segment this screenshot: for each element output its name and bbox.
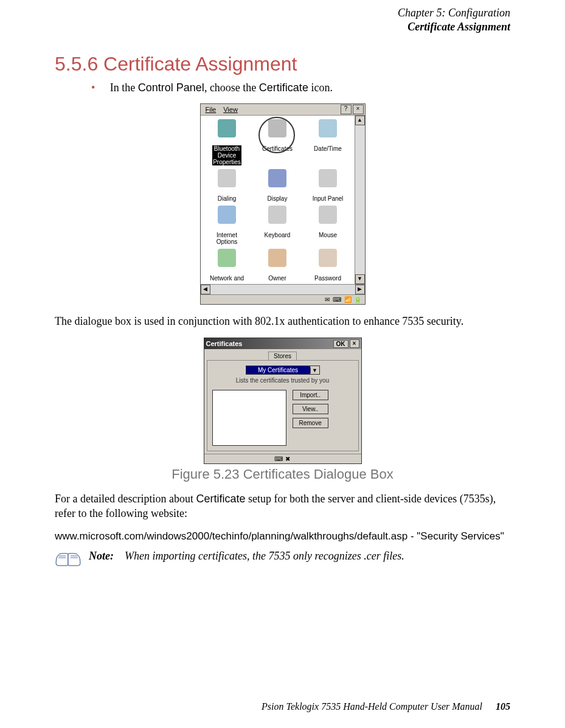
display-icon-cell[interactable]: Display — [252, 169, 303, 204]
page-header: Chapter 5: Configuration Certificate Ass… — [55, 6, 510, 35]
reference-url: www.microsoft.com/windows2000/techinfo/p… — [55, 530, 510, 543]
dialog-close-button[interactable]: × — [350, 339, 359, 348]
paragraph-1: The dialogue box is used in conjunction … — [55, 314, 510, 328]
display-icon-label: Display — [268, 195, 288, 202]
import-button[interactable]: Import.. — [293, 390, 328, 400]
datetime-icon-cell[interactable]: Date/Time — [303, 119, 353, 168]
stores-tab[interactable]: Stores — [268, 352, 297, 360]
input-panel-icon-cell[interactable]: Input Panel — [303, 169, 353, 204]
dialog-titlebar: Certificates OK × — [204, 338, 361, 349]
vertical-scrollbar[interactable]: ▲ ▼ — [355, 116, 365, 284]
menubar: File View ? × — [201, 104, 365, 116]
bluetooth-icon-label: Bluetooth Device Properties — [212, 145, 241, 165]
menu-view[interactable]: View — [220, 105, 241, 114]
stores-panel: My Certificates ▼ Lists the certificates… — [207, 360, 359, 451]
footer-text: Psion Teklogix 7535 Hand-Held Computer U… — [262, 701, 482, 712]
keyboard-icon-label: Keyboard — [265, 232, 291, 238]
note-text: When importing certificates, the 7535 on… — [125, 550, 404, 563]
certificates-dialog-figure: Certificates OK × Stores My Certificates… — [55, 338, 510, 482]
book-icon — [55, 550, 81, 567]
header-section: Certificate Assignment — [55, 20, 510, 34]
control-panel-figure: File View ? × Bluetooth Device Propertie… — [55, 103, 510, 305]
scroll-down-arrow[interactable]: ▼ — [355, 274, 365, 284]
certificates-icon-cell[interactable]: Certificates — [252, 119, 303, 168]
instruction-bullet: • In the Control Panel, choose the Certi… — [91, 81, 510, 94]
datetime-icon — [319, 119, 337, 137]
certificate-list[interactable] — [212, 390, 286, 446]
keyboard-icon-cell[interactable]: Keyboard — [252, 206, 303, 248]
certificates-dialog: Certificates OK × Stores My Certificates… — [204, 338, 362, 464]
internet-options-icon-cell[interactable]: Internet Options — [202, 206, 252, 248]
control-panel-window: File View ? × Bluetooth Device Propertie… — [200, 103, 366, 305]
store-dropdown[interactable]: My Certificates ▼ — [246, 366, 320, 375]
display-icon — [268, 169, 286, 187]
figure-caption: Figure 5.23 Certificates Dialogue Box — [55, 466, 510, 482]
dialing-icon — [218, 169, 236, 187]
system-tray: ✉ ⌨ 📶 🔋 — [201, 294, 365, 304]
menu-file[interactable]: File — [202, 105, 220, 114]
dialing-icon-label: Dialing — [218, 195, 237, 202]
scroll-right-arrow[interactable]: ▶ — [355, 285, 365, 294]
owner-icon — [268, 249, 286, 267]
dialog-tray: ⌨ ✖ — [204, 454, 361, 463]
header-chapter: Chapter 5: Configuration — [55, 6, 510, 20]
dialog-title: Certificates — [206, 340, 243, 347]
bullet-dot: • — [91, 81, 95, 94]
input-panel-icon-label: Input Panel — [313, 195, 344, 202]
page-footer: Psion Teklogix 7535 Hand-Held Computer U… — [262, 701, 510, 712]
scroll-left-arrow[interactable]: ◀ — [201, 285, 210, 294]
keyboard-icon — [268, 206, 286, 224]
owner-icon-cell[interactable]: Owner — [252, 249, 303, 284]
mouse-icon — [319, 206, 337, 224]
horizontal-scrollbar[interactable]: ◀ ▶ — [201, 284, 365, 294]
store-help-text: Lists the certificates trusted by you — [212, 377, 353, 384]
certificates-icon-label: Certificates — [262, 145, 293, 152]
internet-options-icon-label: Internet Options — [217, 232, 237, 245]
bluetooth-icon — [218, 119, 236, 137]
scroll-up-arrow[interactable]: ▲ — [355, 116, 365, 125]
password-icon-label: Password — [314, 275, 341, 282]
section-heading: 5.5.6 Certificate Assignment — [55, 53, 510, 75]
dialing-icon-cell[interactable]: Dialing — [202, 169, 252, 204]
note-block: Note: When importing certificates, the 7… — [55, 550, 510, 567]
remove-button[interactable]: Remove — [293, 418, 328, 428]
bluetooth-icon-cell[interactable]: Bluetooth Device Properties — [202, 119, 252, 168]
password-icon — [319, 249, 337, 267]
mouse-icon-cell[interactable]: Mouse — [303, 206, 353, 248]
mouse-icon-label: Mouse — [319, 232, 337, 238]
page-number: 105 — [496, 701, 510, 712]
note-label: Note: — [89, 550, 114, 563]
chevron-down-icon: ▼ — [310, 367, 319, 373]
network-icon-label: Network and — [210, 275, 244, 282]
store-dropdown-value: My Certificates — [246, 366, 310, 374]
datetime-icon-label: Date/Time — [314, 145, 342, 152]
paragraph-2: For a detailed description about Certifi… — [55, 491, 510, 521]
view-button[interactable]: View.. — [293, 404, 328, 414]
help-button[interactable]: ? — [341, 105, 352, 114]
input-panel-icon — [319, 169, 337, 187]
network-icon — [218, 249, 236, 267]
network-icon-cell[interactable]: Network and — [202, 249, 252, 284]
internet-options-icon — [218, 206, 236, 224]
control-panel-grid: Bluetooth Device PropertiesCertificatesD… — [201, 116, 355, 284]
owner-icon-label: Owner — [268, 275, 286, 282]
close-button[interactable]: × — [353, 105, 364, 114]
password-icon-cell[interactable]: Password — [303, 249, 353, 284]
ok-button[interactable]: OK — [333, 340, 348, 348]
certificates-icon — [268, 119, 286, 137]
